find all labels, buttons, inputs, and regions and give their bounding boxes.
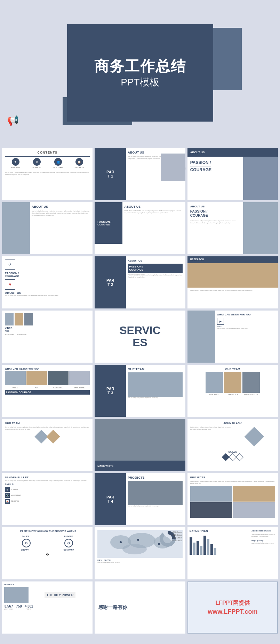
mini-photo-3 [48, 371, 69, 385]
svg-point-5 [120, 541, 122, 543]
slide12-what-title: WHAT CAN WE DO FOR YOU [217, 313, 275, 316]
slide18-content: Just for today I will promise my best in… [190, 426, 275, 447]
bar-1b [193, 543, 195, 555]
proj-photo-2 [233, 486, 275, 502]
camera-icon: 📷 [5, 493, 10, 498]
slide-data-driven: DATA DRIVEN Additional bonuses Just [187, 527, 278, 579]
proj-photo-1 [190, 486, 232, 502]
stat-2: 758 [16, 604, 22, 610]
slide19-skills: 🖥 BUDGET 📷 MARKETING 📊 GROWTH [5, 487, 90, 504]
services-icon: ⚙ [33, 158, 41, 166]
mini-photo-1 [5, 371, 26, 385]
slide25-photos: THE CITY POWER [4, 587, 90, 603]
slide-part1: PART 1 ABOUT US 🏙 Just for today I will … [95, 148, 185, 200]
plane-icon: ✈ [5, 259, 15, 270]
marketing-lbl: MARKETING [48, 387, 69, 389]
slide-video-services: VIDEO ADS MARKETING PUBLISHING [2, 311, 93, 363]
slide22-labels: SALES BUDGET [5, 535, 90, 537]
slide-servic-es: SERVICES [95, 311, 185, 363]
projects-icon: 📋 [75, 158, 83, 166]
slide-what-can-right: WHAT CAN WE DO FOR YOU ▶ VIDEO Just for … [187, 311, 278, 363]
contents-small-text: Just for today, I will promise my best i… [5, 172, 90, 175]
slide18-photo-col [233, 426, 275, 447]
team-member-3: SANDRA BULLET [242, 372, 260, 396]
slide5-slash: COURAGE [97, 223, 110, 226]
slide-john-black: JOHN BLACK Just for today I will promise… [187, 419, 278, 471]
slide10-publishing: PUBLISHING [17, 333, 27, 336]
growth-lbl: GROWTH [21, 549, 30, 551]
slide3-about-label: ABOUT US [190, 151, 205, 154]
projects-label: PROJECTS [74, 166, 84, 168]
stat-3: 4,302 WATTS [25, 604, 33, 610]
slide-our-team-3photos: OUR TEAM MARK WHITE JOHN BLACK SANDRA BU… [187, 365, 278, 417]
slide13-title: WHAT CAN WE DO FOR YOU [5, 368, 90, 370]
sandra-photo [242, 372, 260, 393]
hero-box: 商务工作总结 PPT模板 [67, 24, 213, 122]
john-diamond-photo [245, 427, 264, 447]
part4-text: Just for today I will promise my best in… [128, 505, 182, 507]
hero-title-line2: PPT模板 [121, 76, 159, 89]
slide17-mark-name: MARK WHITE [97, 465, 113, 467]
our-team-label: OUR TEAM [54, 166, 63, 168]
slide24-additional-text: Just for today I will promise my best in… [251, 534, 276, 538]
team-member-2: JOHN BLACK [224, 372, 241, 396]
slide23-map-area: ● 34% Group ● 25% Group ● 15% Group ● 26… [97, 530, 182, 558]
part2-passion-box: PASSION /COURAGE [128, 264, 182, 273]
bar-group-3 [203, 536, 209, 555]
sandra-name: SANDRA BULLET [244, 394, 258, 396]
slide10-marketing: MARKETING [5, 333, 15, 336]
stat3-label: WATTS [25, 608, 33, 610]
slide17-person-photo [95, 419, 185, 461]
skill-label-2: MARKETING [11, 494, 21, 496]
part3-text: Just for today I will promise my best in… [128, 397, 182, 399]
slide-project-works: LET ME SHOW YOU HOW THE PROJECT WORKS SA… [2, 527, 93, 579]
icon-item-projects: 📋 PROJECTS [71, 158, 88, 168]
slide17-bottom-bar: MARK WHITE [95, 461, 185, 471]
slide9-research-label: RESEARCH [190, 258, 204, 261]
slide9-photo [187, 263, 278, 288]
slide-research: RESEARCH Just for today I will promise m… [187, 256, 278, 308]
bar-2b [200, 546, 202, 555]
slide7-icons: ✈ [5, 259, 90, 270]
part3-label: PART 3 [106, 387, 114, 395]
slide-our-team-left: OUR TEAM Just for today I will promise m… [2, 419, 93, 471]
stat-1: 3,567 LIGHT BULBS [4, 604, 13, 610]
slide7-heart-icon: ♥ [5, 279, 90, 290]
part1-label: PART 1 [106, 170, 114, 178]
mark-photo [206, 372, 223, 393]
part2-text: YOUR TITLE HERE MORE. Just for today I w… [128, 274, 182, 278]
team-member-1: MARK WHITE [206, 372, 223, 396]
part2-about-title: ABOUT US [128, 259, 182, 262]
slide-map: ● 34% Group ● 25% Group ● 15% Group ● 26… [95, 527, 185, 579]
slide3-top-bar: ABOUT US [187, 148, 278, 157]
slide6-passion-big: PASSION /COURAGE [190, 209, 240, 218]
bar-4b [214, 548, 216, 555]
slide21-proj-photos [190, 486, 275, 518]
part1-photo: 🏙 [161, 154, 185, 181]
slide19-skills-label: SKILLS [5, 483, 90, 486]
about-us-icon: ✈ [12, 158, 19, 166]
slide3-passion-text: PASSION / COURAGE [190, 160, 211, 173]
slide13-passion-box: PASSION / COURAGE [5, 390, 90, 395]
slide23-text: Just for today I will promise my best. [97, 561, 182, 563]
divider2 [5, 170, 90, 170]
slide-what-can-left: WHAT CAN WE DO FOR YOU VIDEO ADS MARKETI… [2, 365, 93, 417]
slide5-right: ABOUT US YOUR TITLE HERE MORE Just for t… [124, 205, 182, 214]
slide15-team-photos: MARK WHITE JOHN BLACK SANDRA BULLET [190, 372, 275, 396]
slide7-passion: PASSION / [5, 272, 90, 275]
slide24-hq-text: Just for today I will promise my best. [251, 542, 276, 544]
slide4-right: ABOUT US Just for today I will promise m… [32, 205, 90, 216]
slide25-stats: 3,567 LIGHT BULBS 758 4,302 WATTS [4, 604, 90, 610]
bar-3b [207, 539, 209, 555]
slide24-high-quality: High quality [251, 539, 276, 543]
slide23-pie-legend: ● 34% Group ● 25% Group ● 15% Group ● 26… [171, 531, 182, 542]
skill-label-3: GROWTH [11, 500, 21, 502]
slide10-photo2 [15, 313, 23, 325]
svg-point-7 [158, 543, 160, 545]
slide18-jb-title: JOHN BLACK [190, 422, 275, 425]
slide-icons-passion: ✈ PASSION / COURAGE ♥ ABOUT US Just for … [2, 256, 93, 308]
stat1-label: LIGHT BULBS [4, 608, 13, 610]
slide22-icons: ⚙ ⚙ [5, 539, 90, 547]
slide15-ot-title: OUR TEAM [190, 368, 275, 371]
slide-part3: PART 3 OUR TEAM Just for today I will pr… [95, 365, 185, 417]
